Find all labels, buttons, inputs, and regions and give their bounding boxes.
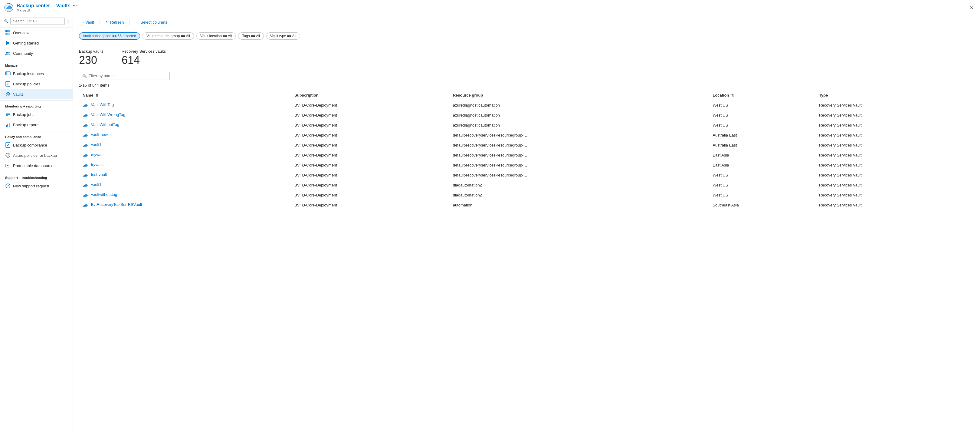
column-header-type[interactable]: Type: [815, 91, 974, 100]
column-header-resource-group[interactable]: Resource group: [449, 91, 709, 100]
vault-name-link[interactable]: vault1: [91, 182, 102, 187]
cell-location: Southeast Asia: [709, 200, 815, 210]
column-header-location[interactable]: Location ⇅: [709, 91, 815, 100]
search-bar: 🔍 «: [0, 15, 73, 27]
vault-name-link[interactable]: vault-new: [91, 132, 108, 137]
cell-subscription: BVTD-Core-Deployment: [291, 170, 449, 180]
app-subtitle: Microsoft: [17, 8, 967, 12]
column-header-name[interactable]: Name ⇅: [79, 91, 291, 100]
add-vault-button[interactable]: + Vault: [79, 19, 97, 26]
filter-pill-tags[interactable]: Tags == All: [238, 32, 264, 40]
table-row: vault-new BVTD-Core-Deployment default-r…: [79, 130, 974, 140]
sidebar-item-azure-policies[interactable]: Azure policies for backup: [0, 150, 73, 161]
cell-resource-group: default-recoveryservices-resourcegroup-…: [449, 160, 709, 170]
vault-name-link[interactable]: myvault: [91, 152, 105, 157]
vaults-table: Name ⇅ Subscription Resource group: [79, 91, 974, 210]
title-bar-title: Backup center | Vaults ···: [17, 3, 967, 8]
select-columns-button[interactable]: → Select columns: [132, 18, 170, 26]
vault-name-link[interactable]: VaultWithTag: [91, 102, 114, 107]
svg-text:?: ?: [7, 184, 9, 188]
vault-name-link[interactable]: vaultwithouttag: [91, 192, 118, 197]
close-button[interactable]: ✕: [967, 4, 976, 12]
cell-resource-group: azurediagnosticautomation: [449, 100, 709, 110]
sidebar-item-label: Backup reports: [13, 123, 39, 127]
new-support-request-icon: ?: [5, 183, 11, 189]
cell-resource-group: default-recoveryservices-resourcegroup-…: [449, 170, 709, 180]
filter-pill-vault-type[interactable]: Vault type == All: [266, 32, 300, 40]
sidebar: 🔍 « Overview Getting started: [0, 15, 73, 432]
community-icon: [5, 51, 11, 56]
stat-label: Recovery Services vaults: [122, 49, 166, 54]
sidebar-item-protectable-datasources[interactable]: Protectable datasources: [0, 161, 73, 171]
svg-point-26: [7, 165, 8, 166]
app-logo: [4, 3, 14, 13]
title-ellipsis[interactable]: ···: [73, 3, 77, 8]
sidebar-item-label: Azure policies for backup: [13, 153, 57, 158]
getting-started-icon: [5, 40, 11, 46]
sidebar-item-label: Getting started: [13, 41, 39, 45]
title-separator: |: [52, 3, 54, 8]
sidebar-item-backup-compliance[interactable]: Backup compliance: [0, 140, 73, 150]
table-row: myvault BVTD-Core-Deployment default-rec…: [79, 150, 974, 160]
cell-location: West US: [709, 110, 815, 120]
svg-marker-5: [6, 41, 10, 45]
cell-name: VaultWithoutTag: [79, 120, 291, 130]
cell-subscription: BVTD-Core-Deployment: [291, 160, 449, 170]
column-header-subscription[interactable]: Subscription: [291, 91, 449, 100]
azure-policies-icon: [5, 153, 11, 158]
cell-type: Recovery Services Vault: [815, 130, 974, 140]
cell-type: Recovery Services Vault: [815, 190, 974, 200]
cell-subscription: BVTD-Core-Deployment: [291, 180, 449, 190]
backup-jobs-icon: [5, 112, 11, 117]
table-row: vaultwithouttag BVTD-Core-Deployment dia…: [79, 190, 974, 200]
sidebar-item-new-support-request[interactable]: ? New support request: [0, 181, 73, 191]
sidebar-collapse-button[interactable]: «: [67, 19, 69, 24]
svg-rect-21: [7, 124, 8, 127]
sort-icon-name: ⇅: [95, 94, 98, 97]
filter-pill-location[interactable]: Vault location == All: [196, 32, 236, 40]
search-input[interactable]: [10, 18, 65, 25]
cell-subscription: BVTD-Core-Deployment: [291, 120, 449, 130]
filter-label: Tags == All: [242, 34, 260, 38]
table-row: VaultWithTag BVTD-Core-Deployment azured…: [79, 100, 974, 110]
cell-location: West US: [709, 170, 815, 180]
svg-rect-20: [6, 125, 6, 127]
stats-area: Backup vaults 230 Recovery Services vaul…: [73, 43, 980, 69]
svg-rect-1: [5, 30, 8, 32]
sidebar-item-community[interactable]: Community: [0, 48, 73, 59]
filter-search-icon: 🔍: [82, 74, 87, 78]
filter-pill-resource-group[interactable]: Vault resource group == All: [143, 32, 194, 40]
app-name: Backup center: [17, 3, 50, 8]
cell-subscription: BVTD-Core-Deployment: [291, 100, 449, 110]
cell-type: Recovery Services Vault: [815, 170, 974, 180]
cell-location: West US: [709, 180, 815, 190]
sidebar-item-vaults[interactable]: Vaults: [0, 89, 73, 99]
cell-type: Recovery Services Vault: [815, 110, 974, 120]
table-header-row: Name ⇅ Subscription Resource group: [79, 91, 974, 100]
vault-name-link[interactable]: VaultWithoutTag: [91, 122, 119, 127]
cell-resource-group: default-recoveryservices-resourcegroup-…: [449, 140, 709, 150]
cell-location: West US: [709, 190, 815, 200]
sidebar-item-backup-policies[interactable]: Backup policies: [0, 79, 73, 89]
vault-name-link[interactable]: VaultWithWrongTag: [91, 112, 126, 117]
vault-name-link[interactable]: BvtRecoveryTestSer-RSVault: [91, 202, 142, 207]
sidebar-item-getting-started[interactable]: Getting started: [0, 38, 73, 48]
sidebar-item-overview[interactable]: Overview: [0, 27, 73, 38]
sidebar-item-backup-instances[interactable]: Backup instances: [0, 69, 73, 79]
sidebar-item-backup-reports[interactable]: Backup reports: [0, 120, 73, 130]
vault-name-link[interactable]: vault1: [91, 142, 102, 147]
table-row: vault1 BVTD-Core-Deployment default-reco…: [79, 140, 974, 150]
vault-name-link[interactable]: test-vault: [91, 172, 107, 177]
filter-label: Vault subscription == 66 selected: [83, 34, 136, 38]
sidebar-item-backup-jobs[interactable]: Backup jobs: [0, 109, 73, 120]
refresh-button[interactable]: ↻ Refresh: [102, 18, 127, 26]
items-count: 1-15 of 844 items: [79, 83, 974, 88]
vault-name-link[interactable]: tryvault: [91, 162, 104, 167]
filter-input-container: 🔍: [79, 72, 170, 80]
filter-pill-subscription[interactable]: Vault subscription == 66 selected: [79, 32, 140, 40]
filter-by-name-input[interactable]: [89, 73, 166, 78]
cell-name: vaultwithouttag: [79, 190, 291, 200]
svg-rect-22: [9, 123, 10, 127]
cell-name: vault-new: [79, 130, 291, 140]
cell-subscription: BVTD-Core-Deployment: [291, 140, 449, 150]
